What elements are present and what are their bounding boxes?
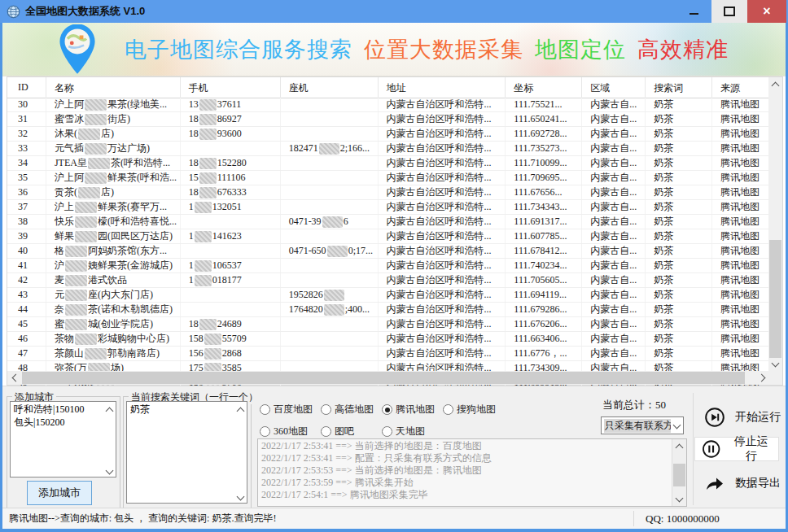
table-row[interactable]: 34JTEA皇茶(呼和浩特...18152280内蒙古自治区呼和浩特...111… (7, 156, 769, 171)
redacted-text (199, 319, 217, 330)
column-header-0[interactable]: ID (7, 77, 46, 98)
table-row[interactable]: 30沪上阿果茶(绿地美...1337611内蒙古自治区呼和浩特...111.75… (7, 98, 769, 112)
redacted-text (324, 290, 344, 301)
scroll-right-button[interactable] (755, 371, 769, 385)
table-cell: 腾讯地图 (712, 273, 769, 287)
table-row[interactable]: 47茶颜山郭勒南路店)1562868内蒙古自治区呼和浩特...111.6776，… (7, 347, 769, 361)
map-pin-logo-icon (55, 24, 100, 75)
table-cell: 内蒙古自... (582, 332, 646, 346)
scroll-down-button[interactable] (672, 492, 686, 506)
table-row[interactable]: 45蜜城(创业学院店)1824689内蒙古自治区呼和浩特...111.67620… (7, 317, 769, 332)
keywords-textarea[interactable]: 奶茶 (126, 401, 247, 504)
table-cell (181, 288, 281, 302)
table-row[interactable]: 43元座(内大东门店)1952826内蒙古自治区呼和浩特...111.69411… (7, 288, 769, 303)
export-data-label: 数据导出 (735, 476, 781, 491)
column-header-1[interactable]: 名称 (46, 77, 181, 98)
radio-icon (321, 404, 331, 415)
table-cell (181, 244, 281, 258)
table-cell: 内蒙古自... (582, 185, 646, 199)
table-cell: 奶茶 (646, 215, 712, 229)
log-scroll-thumb[interactable] (673, 464, 685, 486)
redacted-text (195, 202, 212, 213)
table-cell: 奶茶 (646, 288, 712, 302)
table-cell: 111.679286... (506, 303, 582, 316)
table-row[interactable]: 44奈茶(诺和木勒凯德店)1764820;400...内蒙古自治区呼和浩特...… (7, 303, 769, 317)
horizontal-scroll-thumb[interactable] (22, 372, 745, 384)
table-cell: 奶茶 (646, 303, 712, 316)
table-vertical-scrollbar[interactable] (768, 77, 782, 371)
table-cell: 内蒙古自治区呼和浩特... (379, 347, 506, 360)
map-option-radio-2[interactable]: 腾讯地图 (382, 403, 435, 416)
table-cell: 内蒙古自... (582, 259, 646, 273)
add-city-button[interactable]: 添加城市 (27, 481, 92, 505)
table-cell: 40 (7, 244, 46, 258)
radio-icon (382, 426, 392, 437)
redacted-text (65, 290, 87, 301)
table-row[interactable]: 42麦港式饮品1018177内蒙古自治区呼和浩特...111.705605...… (7, 273, 769, 288)
table-cell: 腾讯地图 (712, 112, 769, 126)
filter-select[interactable]: 只采集有联系方 (601, 416, 684, 434)
column-header-3[interactable]: 座机 (281, 77, 379, 98)
scroll-down-button[interactable] (768, 357, 782, 371)
column-header-7[interactable]: 搜索词 (646, 77, 712, 98)
column-header-2[interactable]: 手机 (181, 77, 281, 98)
scroll-up-button[interactable] (672, 439, 686, 453)
banner-slogans: 电子地图综合服务搜索位置大数据采集地图定位高效精准 (125, 23, 740, 76)
table-cell: 奶茶 (646, 98, 712, 111)
redacted-text (327, 246, 348, 257)
map-option-radio-1[interactable]: 高德地图 (321, 403, 374, 416)
table-cell (181, 215, 281, 229)
table-row[interactable]: 31蜜雪冰街店)1886927内蒙古自治区呼和浩特...111.650241..… (7, 112, 769, 127)
map-option-radio-5[interactable]: 图吧 (321, 425, 354, 438)
table-row[interactable]: 46茶物彩城购物中心店)15855709内蒙古自治区呼和浩特...111.663… (7, 332, 769, 347)
scroll-up-button[interactable] (768, 77, 782, 91)
city-list-textarea[interactable]: 呼和浩特|150100 包头|150200 (10, 401, 116, 477)
table-cell: 麦港式饮品 (46, 273, 181, 287)
radio-icon (260, 404, 270, 415)
column-header-6[interactable]: 区域 (582, 77, 646, 98)
start-run-button[interactable]: 开始运行 (699, 406, 786, 429)
column-header-5[interactable]: 坐标 (506, 77, 582, 98)
table-row[interactable]: 37沪上鲜果茶(赛罕万...1132051内蒙古自治区呼和浩特...111.73… (7, 200, 769, 215)
map-option-radio-0[interactable]: 百度地图 (260, 403, 313, 416)
column-header-4[interactable]: 地址 (379, 77, 506, 98)
map-option-radio-4[interactable]: 360地图 (260, 425, 308, 438)
redacted-text (204, 334, 221, 345)
table-row[interactable]: 33元气插万达广场)1824712;166...内蒙古自治区呼和浩特...111… (7, 142, 769, 156)
table-cell: 元座(内大东门店) (46, 288, 181, 302)
table-cell: 1952826 (281, 288, 379, 302)
table-row[interactable]: 32沐果(店)1893600内蒙古自治区呼和浩特...111.692728...… (7, 127, 769, 142)
map-option-radio-6[interactable]: 天地图 (382, 425, 425, 438)
log-box[interactable]: 2022/1/17 2:53:41 ==> 当前选择的地图是：百度地图2022/… (257, 438, 687, 507)
column-header-8[interactable]: 来源 (712, 77, 769, 98)
table-cell: 内蒙古自治区呼和浩特... (379, 288, 506, 302)
map-option-label: 图吧 (335, 425, 354, 438)
export-data-button[interactable]: 数据导出 (699, 473, 786, 494)
table-cell: 腾讯地图 (712, 347, 769, 360)
minimize-button[interactable] (676, 0, 711, 23)
table-cell: 内蒙古自... (582, 200, 646, 214)
table-cell: 内蒙古自治区呼和浩特... (379, 156, 506, 170)
stop-run-button[interactable]: 停止运行 (694, 437, 779, 461)
scroll-left-button[interactable] (7, 371, 21, 385)
close-button[interactable]: × (747, 0, 786, 23)
log-scrollbar[interactable] (672, 439, 686, 506)
log-line: 2022/1/17 2:54:1 ==> 腾讯地图采集完毕 (261, 489, 683, 501)
table-row[interactable]: 41沪姨鲜果茶(金游城店)1106537内蒙古自治区呼和浩特...111.740… (7, 259, 769, 273)
table-row[interactable]: 36贡茶(店)18676333内蒙古自治区呼和浩特...111.67656...… (7, 185, 769, 200)
table-cell: 奶茶 (646, 127, 712, 141)
chevron-right-icon (757, 374, 765, 382)
table-row[interactable]: 40格阿妈奶茶馆(东方...0471-6500;17...内蒙古自治区呼和浩特.… (7, 244, 769, 259)
table-horizontal-scrollbar[interactable] (7, 371, 769, 385)
table-cell: 111.709695... (506, 171, 582, 185)
maximize-button[interactable] (711, 0, 747, 23)
map-option-radio-3[interactable]: 搜狗地图 (443, 403, 496, 416)
table-row[interactable]: 35沪上阿鲜果茶(呼和浩...15111106内蒙古自治区呼和浩特...111.… (7, 171, 769, 185)
start-run-label: 开始运行 (735, 410, 781, 425)
redacted-text (75, 216, 97, 228)
log-line: 2022/1/17 2:53:41 ==> 当前选择的地图是：百度地图 (261, 440, 683, 452)
table-cell: 1337611 (181, 98, 281, 111)
vertical-scroll-thumb[interactable] (769, 240, 781, 358)
table-row[interactable]: 38快乐檬(呼和浩特喜悦...0471-396内蒙古自治区呼和浩特...111.… (7, 215, 769, 229)
table-row[interactable]: 39鲜果园(回民区万达店)1141623内蒙古自治区呼和浩特...111.607… (7, 229, 769, 244)
